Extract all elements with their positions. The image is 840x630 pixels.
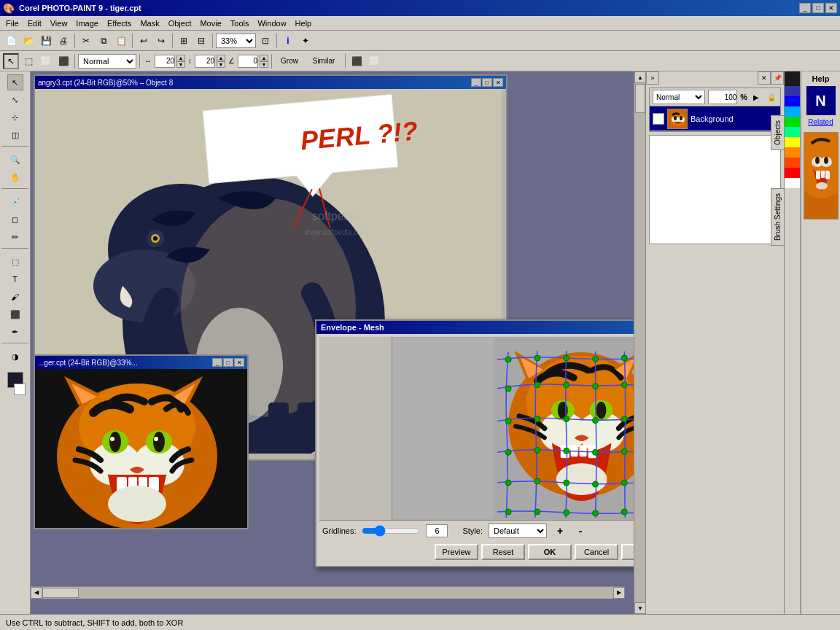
straighten-tool[interactable]: ◫ [7,127,23,143]
color-green[interactable] [785,117,801,127]
undo-button[interactable]: ↩ [136,33,152,49]
tb2-btn1[interactable]: ⬚ [20,53,36,69]
menu-mask[interactable]: Mask [136,18,163,28]
main-doc-maximize[interactable]: □ [482,78,492,87]
info-button[interactable]: i [280,33,296,49]
print-button[interactable]: 🖨 [55,33,71,49]
menu-tools[interactable]: Tools [226,18,254,28]
transform-tool[interactable]: ⤡ [7,92,23,108]
redo-button[interactable]: ↪ [153,33,169,49]
pen-tool[interactable]: ✒ [7,324,23,340]
pan-tool[interactable]: ✋ [7,169,23,185]
tb-btn1[interactable]: ⊞ [176,33,192,49]
close-button[interactable]: ✕ [825,3,837,13]
style-select[interactable]: Default Custom [489,524,547,538]
help-related-link[interactable]: Related [808,118,833,126]
tb-btn2[interactable]: ⊟ [193,33,209,49]
ok-button[interactable]: OK [528,544,572,560]
scroll-arrow-up[interactable]: ▲ [634,71,646,83]
color-light-blue[interactable] [785,106,801,117]
panel-close-btn[interactable]: ✕ [758,71,771,85]
second-doc-maximize[interactable]: □ [223,358,233,367]
color-white[interactable] [785,178,801,188]
maximize-button[interactable]: □ [812,3,824,13]
main-doc-minimize[interactable]: _ [471,78,481,87]
angle-up[interactable]: ▲ [260,55,268,61]
paint-tool[interactable]: 🖌 [7,289,23,305]
mesh-right-panel[interactable] [392,337,634,520]
menu-object[interactable]: Object [164,18,196,28]
height-up[interactable]: ▲ [217,55,225,61]
blend-mode-select[interactable]: Normal Multiply [653,90,705,104]
cancel-button[interactable]: Cancel [575,544,618,560]
preview-button[interactable]: Preview [435,544,478,560]
second-doc-close[interactable]: ✕ [234,358,244,367]
color-blue[interactable] [785,96,801,106]
blend-tool[interactable]: ◑ [7,349,23,365]
height-down[interactable]: ▼ [217,61,225,68]
menu-view[interactable]: View [46,18,72,28]
background-color[interactable] [14,384,26,395]
similar-button[interactable]: Similar [306,53,342,69]
h-scroll-thumb[interactable] [42,588,79,598]
color-black[interactable] [785,71,801,86]
style-remove-button[interactable]: - [573,524,588,538]
grow-button[interactable]: Grow [275,53,304,69]
menu-effects[interactable]: Effects [103,18,136,28]
height-input[interactable] [195,55,215,68]
color-mint[interactable] [785,127,801,137]
mode-select[interactable]: Normal Add Subtract [78,54,136,69]
save-button[interactable]: 💾 [38,33,54,49]
tb2-btn2[interactable]: ⬜ [38,53,54,69]
menu-window[interactable]: Window [253,18,290,28]
scroll-right-btn[interactable]: ▶ [613,587,625,599]
angle-input[interactable] [238,55,258,68]
color-dark-blue[interactable] [785,86,801,96]
layer-visibility[interactable]: 👁 [653,113,664,125]
paste-button[interactable]: 📋 [113,33,129,49]
panel-pin-btn[interactable]: 📌 [771,71,784,85]
help-n-icon[interactable]: N [806,86,836,115]
scroll-left-btn[interactable]: ◀ [31,587,42,599]
select-tool[interactable]: ↖ [3,53,19,69]
gridlines-input[interactable] [426,524,448,537]
color-red-orange[interactable] [785,158,801,168]
scroll-arrow-down[interactable]: ▼ [634,602,646,614]
crop-tool[interactable]: ⊹ [7,109,23,125]
fill-tool[interactable]: ⬛ [7,306,23,322]
minimize-button[interactable]: _ [799,3,811,13]
scrollbar-thumb[interactable] [635,84,645,113]
main-doc-close[interactable]: ✕ [493,78,503,87]
new-button[interactable]: 📄 [3,33,19,49]
objects-lock-btn[interactable]: 🔒 [766,90,777,104]
copy-button[interactable]: ⧉ [96,33,112,49]
opacity-input[interactable] [708,90,737,104]
rect-select-tool[interactable]: ⬚ [7,254,23,270]
eyedropper-tool[interactable]: 💉 [7,194,23,210]
cut-button[interactable]: ✂ [78,33,94,49]
zoom-tool[interactable]: 🔍 [7,152,23,168]
panel-scroll-btn[interactable]: » [646,71,659,85]
zoom-select[interactable]: 33% 50% 100% [216,34,256,48]
width-up[interactable]: ▲ [176,55,185,61]
width-down[interactable]: ▼ [176,61,185,68]
gridlines-slider[interactable] [362,526,420,536]
color-orange[interactable] [785,147,801,158]
menu-movie[interactable]: Movie [195,18,225,28]
objects-settings-btn[interactable]: ▶ [750,90,762,104]
eraser-tool[interactable]: ◻ [7,211,23,228]
tb2-btn3[interactable]: ⬛ [55,53,71,69]
style-add-button[interactable]: + [553,524,567,538]
mask-overlay2[interactable]: ⬜ [366,53,382,69]
width-input[interactable] [155,55,175,68]
zoom-fit-button[interactable]: ⊡ [257,33,273,49]
mask-overlay1[interactable]: ⬛ [349,53,365,69]
help-button[interactable]: Help [621,544,634,560]
layer-item-background[interactable]: 👁 Background [650,106,780,131]
menu-file[interactable]: File [1,18,23,28]
color-yellow[interactable] [785,137,801,147]
angle-down[interactable]: ▼ [260,61,268,68]
second-doc-minimize[interactable]: _ [212,358,222,367]
reset-button[interactable]: Reset [481,544,525,560]
menu-help[interactable]: Help [291,18,316,28]
